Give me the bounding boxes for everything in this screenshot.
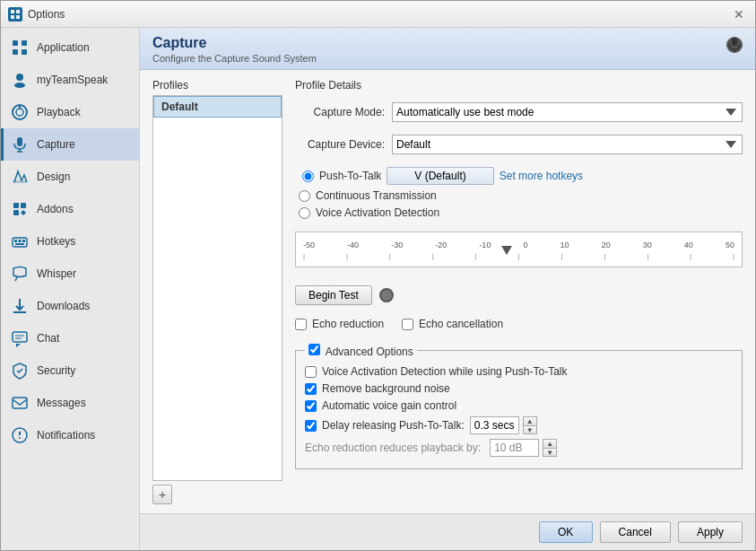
adv-delay-checkbox[interactable] xyxy=(305,420,317,432)
downloads-icon xyxy=(10,296,30,316)
echo-checks: Echo reduction Echo cancellation xyxy=(295,318,743,334)
svg-rect-17 xyxy=(13,203,19,208)
profile-default[interactable]: Default xyxy=(153,96,282,118)
echo-cancellation-checkbox[interactable] xyxy=(402,319,413,330)
adv-agc-row: Automatic voice gain control xyxy=(305,399,733,412)
svg-rect-13 xyxy=(17,137,22,146)
sidebar-item-application[interactable]: Application xyxy=(1,31,139,64)
echo-spin-down[interactable]: ▼ xyxy=(543,449,556,457)
delay-spin-up[interactable]: ▲ xyxy=(524,417,536,426)
notifications-icon xyxy=(10,425,30,445)
svg-point-33 xyxy=(19,437,21,439)
sidebar-item-downloads[interactable]: Downloads xyxy=(1,290,139,322)
radio-ptk[interactable] xyxy=(302,171,314,182)
sidebar: Application myTeamSpeak xyxy=(1,28,140,550)
svg-rect-18 xyxy=(21,203,26,208)
capture-icon xyxy=(10,135,30,154)
adv-vad-label: Voice Activation Detection while using P… xyxy=(322,365,567,378)
close-button[interactable]: ✕ xyxy=(730,5,748,23)
main-panel: Capture Configure the Capture Sound Syst… xyxy=(140,28,755,550)
ok-button[interactable]: OK xyxy=(539,521,593,543)
radio-continuous-label: Continuous Transmission xyxy=(316,189,437,202)
sidebar-item-chat[interactable]: Chat xyxy=(1,322,139,354)
panel-subtitle: Configure the Capture Sound System xyxy=(152,53,317,64)
sidebar-label-capture: Capture xyxy=(37,138,75,151)
svg-rect-16 xyxy=(13,180,27,183)
delay-spin-down[interactable]: ▼ xyxy=(524,426,536,434)
echo-reduction-row: Echo reduction xyxy=(295,318,384,330)
radio-vad-label: Voice Activation Detection xyxy=(316,206,439,219)
sidebar-item-myteamspeak[interactable]: myTeamSpeak xyxy=(1,64,139,96)
radio-vad[interactable] xyxy=(299,207,310,219)
echo-playback-spinner: ▲ ▼ xyxy=(543,439,557,457)
echo-playback-control: ▲ ▼ xyxy=(490,439,557,457)
details-label: Profile Details xyxy=(295,79,743,92)
panel-header: Capture Configure the Capture Sound Syst… xyxy=(140,28,755,70)
advanced-options-checkbox[interactable] xyxy=(308,344,320,355)
cancel-button[interactable]: Cancel xyxy=(600,521,671,543)
main-content: Application myTeamSpeak xyxy=(1,28,755,550)
echo-playback-input[interactable] xyxy=(490,439,539,457)
capture-device-row: Capture Device: Default xyxy=(295,135,743,154)
begin-test-button[interactable]: Begin Test xyxy=(295,285,372,305)
continuous-row: Continuous Transmission xyxy=(299,189,743,202)
voice-activity-slider[interactable]: -50 -40 -30 -20 -10 0 10 20 30 40 xyxy=(295,232,743,267)
security-icon xyxy=(10,361,30,380)
myteamspeak-icon xyxy=(10,70,30,90)
addons-icon xyxy=(10,199,30,219)
design-icon xyxy=(10,167,30,187)
capture-mode-select[interactable]: Automatically use best mode xyxy=(392,102,743,122)
svg-point-11 xyxy=(16,109,23,116)
set-hotkeys-link[interactable]: Set more hotkeys xyxy=(500,170,583,182)
hotkeys-icon xyxy=(10,232,30,251)
svg-point-9 xyxy=(14,83,25,88)
sidebar-item-hotkeys[interactable]: Hotkeys xyxy=(1,225,139,258)
app-icon xyxy=(8,7,22,22)
sidebar-label-myteamspeak: myTeamSpeak xyxy=(37,74,108,86)
panel-header-text: Capture Configure the Capture Sound Syst… xyxy=(152,35,317,64)
add-profile-button[interactable]: + xyxy=(152,485,172,504)
svg-rect-7 xyxy=(22,49,27,55)
adv-delay-row: Delay releasing Push-To-Talk: ▲ ▼ xyxy=(305,416,733,434)
adv-bgnoise-checkbox[interactable] xyxy=(305,383,317,395)
level-indicator xyxy=(379,288,394,302)
chat-icon xyxy=(10,328,30,348)
sidebar-label-security: Security xyxy=(37,364,75,377)
capture-device-select[interactable]: Default xyxy=(392,135,743,154)
delay-control: ▲ ▼ xyxy=(470,416,537,434)
sidebar-item-playback[interactable]: Playback xyxy=(1,96,139,128)
sidebar-item-design[interactable]: Design xyxy=(1,161,139,193)
slider-track: -50 -40 -30 -20 -10 0 10 20 30 40 xyxy=(303,241,734,258)
hotkey-button[interactable]: V (Default) xyxy=(387,167,493,185)
sidebar-item-capture[interactable]: Capture xyxy=(1,128,139,161)
echo-spin-up[interactable]: ▲ xyxy=(543,440,556,449)
adv-agc-label: Automatic voice gain control xyxy=(322,399,456,412)
capture-mode-row: Capture Mode: Automatically use best mod… xyxy=(295,102,743,122)
adv-delay-label: Delay releasing Push-To-Talk: xyxy=(322,419,465,432)
profiles-list: Default xyxy=(152,95,282,481)
advanced-options-content: Voice Activation Detection while using P… xyxy=(305,365,733,457)
delay-spinner: ▲ ▼ xyxy=(523,416,537,434)
adv-agc-checkbox[interactable] xyxy=(305,400,317,412)
profiles-panel: Profiles Default + xyxy=(152,79,282,504)
whisper-icon xyxy=(10,264,30,284)
echo-reduction-checkbox[interactable] xyxy=(295,319,307,330)
adv-bgnoise-row: Remove background noise xyxy=(305,382,733,395)
apply-button[interactable]: Apply xyxy=(678,521,743,543)
advanced-options-group: Advanced Options Voice Activation Detect… xyxy=(295,350,743,469)
sidebar-item-messages[interactable]: Messages xyxy=(1,387,139,419)
sidebar-item-security[interactable]: Security xyxy=(1,354,139,387)
ptk-row: Push-To-Talk V (Default) Set more hotkey… xyxy=(302,167,743,185)
radio-continuous[interactable] xyxy=(299,190,310,202)
application-icon xyxy=(10,38,30,57)
delay-input[interactable] xyxy=(470,416,519,434)
panel-body: Profiles Default + Profile Details xyxy=(140,70,755,513)
sidebar-item-notifications[interactable]: Notifications xyxy=(1,419,139,451)
sidebar-item-addons[interactable]: Addons xyxy=(1,193,139,225)
titlebar: Options ✕ xyxy=(1,1,755,28)
profiles-toolbar: + xyxy=(152,485,282,504)
sidebar-item-whisper[interactable]: Whisper xyxy=(1,258,139,290)
adv-vad-checkbox[interactable] xyxy=(305,366,317,378)
svg-rect-1 xyxy=(16,10,20,13)
panel-title: Capture xyxy=(152,35,317,51)
